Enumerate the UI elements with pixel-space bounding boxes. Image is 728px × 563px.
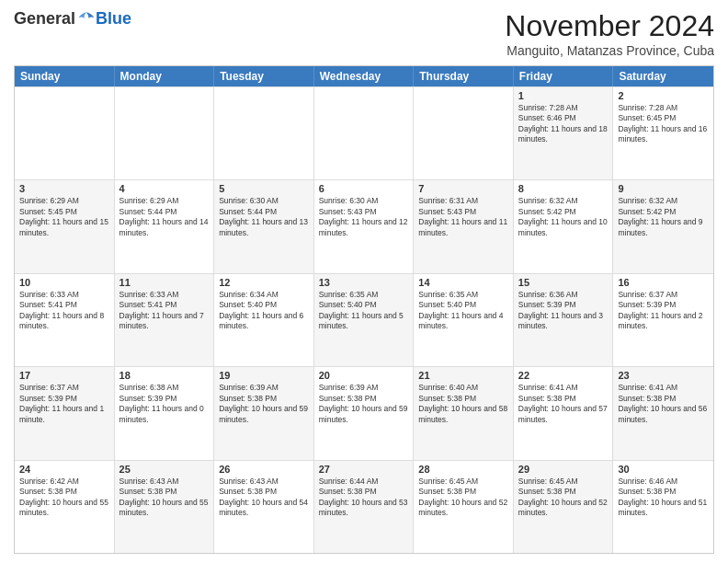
cell-details: Sunrise: 6:39 AM Sunset: 5:38 PM Dayligh… [219, 383, 309, 425]
cell-details: Sunrise: 6:33 AM Sunset: 5:41 PM Dayligh… [119, 290, 210, 332]
calendar-cell: 18Sunrise: 6:38 AM Sunset: 5:39 PM Dayli… [115, 367, 215, 459]
calendar-cell: 10Sunrise: 6:33 AM Sunset: 5:41 PM Dayli… [15, 274, 115, 366]
cell-details: Sunrise: 6:45 AM Sunset: 5:38 PM Dayligh… [518, 477, 609, 519]
weekday-header-tuesday: Tuesday [214, 66, 314, 86]
calendar-cell: 22Sunrise: 6:41 AM Sunset: 5:38 PM Dayli… [514, 367, 614, 459]
calendar-cell: 9Sunrise: 6:32 AM Sunset: 5:42 PM Daylig… [613, 180, 713, 272]
day-number: 26 [219, 464, 309, 475]
day-number: 1 [518, 90, 609, 101]
title-block: November 2024 Manguito, Matanzas Provinc… [505, 9, 714, 58]
day-number: 8 [518, 183, 609, 194]
weekday-header-sunday: Sunday [15, 66, 115, 86]
cell-details: Sunrise: 6:40 AM Sunset: 5:38 PM Dayligh… [418, 383, 508, 425]
cell-details: Sunrise: 6:30 AM Sunset: 5:44 PM Dayligh… [219, 196, 309, 238]
month-year: November 2024 [505, 9, 714, 43]
weekday-header-saturday: Saturday [613, 66, 713, 86]
calendar-header: SundayMondayTuesdayWednesdayThursdayFrid… [15, 66, 713, 86]
calendar-cell: 5Sunrise: 6:30 AM Sunset: 5:44 PM Daylig… [214, 180, 314, 272]
cell-details: Sunrise: 6:34 AM Sunset: 5:40 PM Dayligh… [219, 290, 309, 332]
cell-details: Sunrise: 6:29 AM Sunset: 5:44 PM Dayligh… [119, 196, 210, 238]
day-number: 2 [618, 90, 709, 101]
cell-details: Sunrise: 6:39 AM Sunset: 5:38 PM Dayligh… [319, 383, 409, 425]
day-number: 10 [19, 277, 109, 288]
calendar-cell [314, 87, 415, 179]
day-number: 23 [618, 370, 709, 381]
cell-details: Sunrise: 7:28 AM Sunset: 6:46 PM Dayligh… [518, 103, 609, 145]
calendar-cell [414, 87, 514, 179]
day-number: 18 [119, 370, 210, 381]
day-number: 6 [319, 183, 409, 194]
calendar-cell: 24Sunrise: 6:42 AM Sunset: 5:38 PM Dayli… [15, 461, 115, 553]
cell-details: Sunrise: 6:35 AM Sunset: 5:40 PM Dayligh… [319, 290, 409, 332]
calendar-row-0: 1Sunrise: 7:28 AM Sunset: 6:46 PM Daylig… [15, 86, 713, 179]
cell-details: Sunrise: 6:46 AM Sunset: 5:38 PM Dayligh… [618, 477, 709, 519]
day-number: 24 [19, 464, 109, 475]
calendar-cell: 17Sunrise: 6:37 AM Sunset: 5:39 PM Dayli… [15, 367, 115, 459]
weekday-header-wednesday: Wednesday [314, 66, 415, 86]
day-number: 19 [219, 370, 309, 381]
cell-details: Sunrise: 6:42 AM Sunset: 5:38 PM Dayligh… [19, 477, 109, 519]
calendar-cell: 15Sunrise: 6:36 AM Sunset: 5:39 PM Dayli… [514, 274, 614, 366]
calendar-cell: 25Sunrise: 6:43 AM Sunset: 5:38 PM Dayli… [115, 461, 215, 553]
calendar-cell: 7Sunrise: 6:31 AM Sunset: 5:43 PM Daylig… [414, 180, 514, 272]
cell-details: Sunrise: 6:41 AM Sunset: 5:38 PM Dayligh… [618, 383, 709, 425]
cell-details: Sunrise: 6:30 AM Sunset: 5:43 PM Dayligh… [319, 196, 409, 238]
cell-details: Sunrise: 6:44 AM Sunset: 5:38 PM Dayligh… [319, 477, 409, 519]
calendar-cell: 19Sunrise: 6:39 AM Sunset: 5:38 PM Dayli… [214, 367, 314, 459]
calendar-cell: 12Sunrise: 6:34 AM Sunset: 5:40 PM Dayli… [214, 274, 314, 366]
calendar-cell: 20Sunrise: 6:39 AM Sunset: 5:38 PM Dayli… [314, 367, 415, 459]
calendar-cell: 1Sunrise: 7:28 AM Sunset: 6:46 PM Daylig… [514, 87, 614, 179]
cell-details: Sunrise: 7:28 AM Sunset: 6:45 PM Dayligh… [618, 103, 709, 145]
logo-general: General [14, 9, 75, 29]
day-number: 7 [418, 183, 508, 194]
calendar-cell: 16Sunrise: 6:37 AM Sunset: 5:39 PM Dayli… [613, 274, 713, 366]
calendar-cell: 2Sunrise: 7:28 AM Sunset: 6:45 PM Daylig… [613, 87, 713, 179]
header: General Blue November 2024 Manguito, Mat… [14, 9, 714, 58]
logo-bird-icon [77, 10, 96, 29]
cell-details: Sunrise: 6:38 AM Sunset: 5:39 PM Dayligh… [119, 383, 210, 425]
cell-details: Sunrise: 6:45 AM Sunset: 5:38 PM Dayligh… [418, 477, 508, 519]
cell-details: Sunrise: 6:29 AM Sunset: 5:45 PM Dayligh… [19, 196, 109, 238]
calendar-cell: 27Sunrise: 6:44 AM Sunset: 5:38 PM Dayli… [314, 461, 415, 553]
day-number: 11 [119, 277, 210, 288]
weekday-header-thursday: Thursday [414, 66, 514, 86]
calendar-cell: 8Sunrise: 6:32 AM Sunset: 5:42 PM Daylig… [514, 180, 614, 272]
cell-details: Sunrise: 6:43 AM Sunset: 5:38 PM Dayligh… [219, 477, 309, 519]
calendar-row-2: 10Sunrise: 6:33 AM Sunset: 5:41 PM Dayli… [15, 273, 713, 366]
day-number: 20 [319, 370, 409, 381]
calendar-cell: 30Sunrise: 6:46 AM Sunset: 5:38 PM Dayli… [613, 461, 713, 553]
day-number: 30 [618, 464, 709, 475]
day-number: 21 [418, 370, 508, 381]
calendar: SundayMondayTuesdayWednesdayThursdayFrid… [14, 65, 714, 554]
cell-details: Sunrise: 6:41 AM Sunset: 5:38 PM Dayligh… [518, 383, 609, 425]
calendar-cell: 26Sunrise: 6:43 AM Sunset: 5:38 PM Dayli… [214, 461, 314, 553]
day-number: 17 [19, 370, 109, 381]
calendar-cell: 28Sunrise: 6:45 AM Sunset: 5:38 PM Dayli… [414, 461, 514, 553]
calendar-cell: 13Sunrise: 6:35 AM Sunset: 5:40 PM Dayli… [314, 274, 415, 366]
logo-text: General Blue [14, 9, 131, 29]
day-number: 3 [19, 183, 109, 194]
cell-details: Sunrise: 6:36 AM Sunset: 5:39 PM Dayligh… [518, 290, 609, 332]
cell-details: Sunrise: 6:37 AM Sunset: 5:39 PM Dayligh… [19, 383, 109, 425]
calendar-body: 1Sunrise: 7:28 AM Sunset: 6:46 PM Daylig… [15, 86, 713, 553]
cell-details: Sunrise: 6:35 AM Sunset: 5:40 PM Dayligh… [418, 290, 508, 332]
day-number: 29 [518, 464, 609, 475]
day-number: 14 [418, 277, 508, 288]
logo: General Blue [14, 9, 131, 29]
day-number: 12 [219, 277, 309, 288]
calendar-cell [115, 87, 215, 179]
day-number: 22 [518, 370, 609, 381]
weekday-header-friday: Friday [514, 66, 614, 86]
day-number: 27 [319, 464, 409, 475]
cell-details: Sunrise: 6:43 AM Sunset: 5:38 PM Dayligh… [119, 477, 210, 519]
logo-blue: Blue [96, 9, 131, 29]
day-number: 16 [618, 277, 709, 288]
cell-details: Sunrise: 6:31 AM Sunset: 5:43 PM Dayligh… [418, 196, 508, 238]
weekday-header-monday: Monday [115, 66, 215, 86]
day-number: 5 [219, 183, 309, 194]
day-number: 9 [618, 183, 709, 194]
calendar-cell: 11Sunrise: 6:33 AM Sunset: 5:41 PM Dayli… [115, 274, 215, 366]
day-number: 13 [319, 277, 409, 288]
cell-details: Sunrise: 6:32 AM Sunset: 5:42 PM Dayligh… [518, 196, 609, 238]
calendar-cell: 4Sunrise: 6:29 AM Sunset: 5:44 PM Daylig… [115, 180, 215, 272]
